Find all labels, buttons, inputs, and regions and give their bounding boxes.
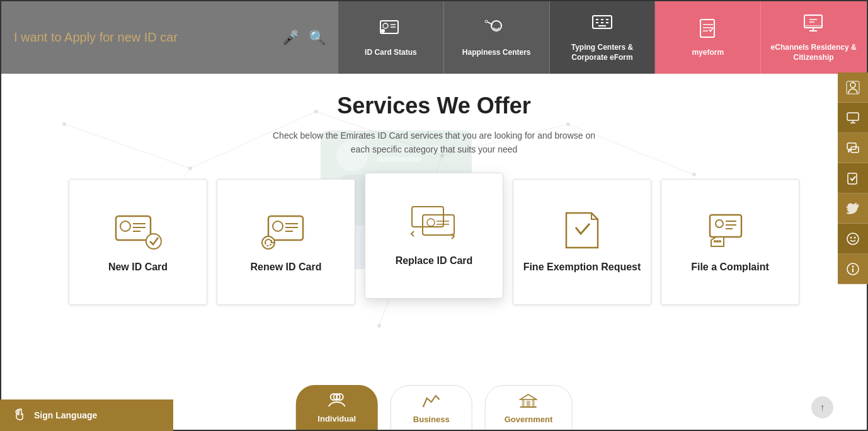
tab-business-label: Business [413, 415, 450, 424]
search-prefix: I want to [14, 30, 64, 44]
svg-point-1 [383, 23, 388, 28]
right-sidebar [838, 72, 868, 284]
svg-point-54 [273, 221, 283, 231]
sidebar-monitor-btn[interactable] [838, 103, 868, 133]
tab-myeform-label: myeform [692, 48, 724, 58]
content-area: Services We Offer Check below the Emirat… [1, 74, 867, 305]
individual-icon [328, 393, 346, 411]
file-complaint-card[interactable]: File a Complaint [661, 179, 799, 305]
replace-id-card-icon [409, 204, 459, 244]
renew-id-card-label: Renew ID Card [251, 260, 322, 274]
scroll-to-top-button[interactable]: ↑ [811, 396, 833, 418]
svg-point-93 [852, 265, 854, 267]
search-value: Apply for new ID car [64, 30, 178, 44]
svg-rect-60 [423, 215, 454, 235]
subtitle-line2: each specific category that suits your n… [351, 144, 518, 154]
new-id-card-label: New ID Card [108, 260, 168, 274]
svg-point-8 [485, 20, 488, 23]
renew-id-card-card[interactable]: Renew ID Card [217, 179, 355, 305]
svg-point-34 [377, 324, 381, 328]
svg-point-65 [716, 220, 723, 227]
svg-point-61 [427, 219, 435, 226]
svg-rect-85 [847, 143, 856, 149]
new-id-card-card[interactable]: New ID Card [69, 179, 207, 305]
search-icon[interactable]: 🔍 [309, 30, 326, 46]
svg-marker-76 [520, 394, 537, 399]
myeform-icon [695, 17, 721, 44]
bottom-tabs: Individual Business Government [296, 385, 573, 431]
search-bar: I want to Apply for new ID car 🎤 🔍 [1, 1, 338, 74]
search-text: I want to Apply for new ID car [14, 30, 282, 45]
svg-point-89 [850, 236, 852, 238]
tab-happiness-centers[interactable]: Happiness Centers [444, 1, 550, 74]
government-icon [519, 393, 538, 412]
sign-language-button[interactable]: Sign Language [0, 399, 173, 431]
tab-government-label: Government [505, 415, 553, 424]
svg-point-71 [719, 240, 721, 243]
search-icons: 🎤 🔍 [282, 30, 326, 46]
svg-point-90 [854, 236, 856, 238]
replace-id-card-label: Replace ID Card [396, 254, 473, 268]
id-status-icon [378, 17, 403, 44]
svg-point-69 [714, 240, 716, 243]
fine-exemption-icon [557, 210, 607, 251]
svg-point-48 [120, 221, 130, 231]
svg-rect-87 [848, 173, 857, 184]
sidebar-chat-btn[interactable] [838, 133, 868, 163]
sidebar-person-btn[interactable] [838, 72, 868, 103]
tab-typing-centers-label: Typing Centers & Corporate eForm [559, 43, 646, 62]
svg-rect-64 [710, 215, 741, 237]
svg-rect-77 [522, 399, 525, 407]
section-title: Services We Offer [337, 93, 531, 119]
sidebar-info-btn[interactable] [838, 254, 868, 284]
replace-id-card-card[interactable]: Replace ID Card [365, 173, 503, 299]
happiness-icon [484, 17, 509, 44]
svg-point-70 [716, 240, 719, 243]
svg-rect-82 [847, 113, 859, 120]
header: I want to Apply for new ID car 🎤 🔍 ID Ca… [1, 1, 867, 74]
new-id-card-icon [113, 210, 163, 251]
service-cards: New ID Card Renew ID Card [1, 179, 867, 305]
subtitle-line1: Check below the Emirates ID Card service… [273, 130, 595, 141]
sidebar-check-btn[interactable] [838, 163, 868, 193]
section-subtitle: Check below the Emirates ID Card service… [273, 129, 595, 157]
svg-point-88 [847, 233, 859, 244]
tab-echannels-label: eChannels Residency & Citizenship [770, 43, 857, 62]
tab-happiness-centers-label: Happiness Centers [462, 48, 531, 58]
sidebar-smile-btn[interactable] [838, 224, 868, 254]
business-icon [422, 393, 441, 412]
file-complaint-label: File a Complaint [691, 260, 769, 274]
sidebar-twitter-btn[interactable] [838, 193, 868, 224]
svg-point-80 [850, 83, 855, 88]
svg-rect-75 [527, 401, 530, 407]
file-complaint-icon [705, 210, 755, 251]
renew-id-card-icon [261, 210, 311, 251]
echannels-icon [801, 12, 826, 39]
tab-individual[interactable]: Individual [296, 385, 378, 431]
svg-rect-78 [532, 399, 535, 407]
tab-business[interactable]: Business [391, 385, 472, 431]
typing-icon [590, 12, 615, 39]
fine-exemption-card[interactable]: Fine Exemption Request [513, 179, 651, 305]
tab-government[interactable]: Government [485, 385, 573, 431]
tab-id-card-status[interactable]: ID Card Status [338, 1, 444, 74]
nav-tabs: ID Card Status Happiness Centers [338, 1, 867, 74]
fine-exemption-label: Fine Exemption Request [523, 260, 641, 274]
tab-individual-label: Individual [317, 414, 356, 423]
main-content: Services We Offer Check below the Emirat… [1, 74, 867, 431]
svg-point-52 [146, 234, 161, 249]
tab-id-card-status-label: ID Card Status [365, 48, 417, 58]
mic-icon[interactable]: 🎤 [282, 30, 299, 46]
tab-myeform[interactable]: myeform [655, 1, 761, 74]
tab-typing-centers[interactable]: Typing Centers & Corporate eForm [550, 1, 656, 74]
tab-echannels[interactable]: eChannels Residency & Citizenship [761, 1, 867, 74]
sign-language-label: Sign Language [34, 410, 97, 420]
scroll-up-icon: ↑ [820, 402, 825, 413]
